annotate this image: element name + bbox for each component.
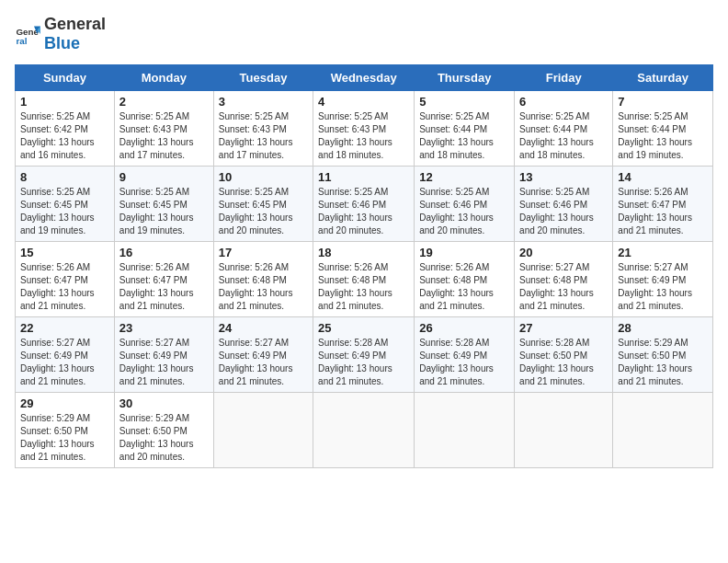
- cell-daylight: Daylight: 13 hours and 21 minutes.: [219, 363, 293, 386]
- calendar-week-row: 15 Sunrise: 5:26 AM Sunset: 6:47 PM Dayl…: [16, 242, 713, 317]
- cell-sunset: Sunset: 6:48 PM: [318, 275, 386, 285]
- cell-daylight: Daylight: 13 hours and 21 minutes.: [419, 363, 494, 386]
- cell-daylight: Daylight: 13 hours and 21 minutes.: [318, 288, 392, 311]
- cell-sunset: Sunset: 6:49 PM: [20, 350, 88, 361]
- cell-daylight: Daylight: 13 hours and 21 minutes.: [20, 288, 95, 311]
- calendar-cell: 24 Sunrise: 5:27 AM Sunset: 6:49 PM Dayl…: [213, 317, 313, 393]
- cell-sunrise: Sunrise: 5:25 AM: [20, 111, 90, 121]
- calendar-week-row: 1 Sunrise: 5:25 AM Sunset: 6:42 PM Dayli…: [16, 91, 713, 167]
- cell-sunset: Sunset: 6:44 PM: [618, 124, 686, 134]
- calendar-cell: [313, 393, 415, 468]
- cell-daylight: Daylight: 13 hours and 21 minutes.: [20, 363, 95, 386]
- day-header-tuesday: Tuesday: [213, 65, 313, 91]
- day-header-monday: Monday: [114, 65, 213, 91]
- cell-sunset: Sunset: 6:43 PM: [219, 124, 287, 134]
- header: Gene ral General Blue: [15, 15, 713, 53]
- cell-daylight: Daylight: 13 hours and 17 minutes.: [119, 137, 194, 160]
- calendar-cell: 26 Sunrise: 5:28 AM Sunset: 6:49 PM Dayl…: [415, 317, 515, 393]
- cell-daylight: Daylight: 13 hours and 21 minutes.: [519, 288, 594, 311]
- day-number: 2: [119, 95, 209, 109]
- cell-daylight: Daylight: 13 hours and 20 minutes.: [219, 213, 293, 236]
- day-number: 13: [519, 170, 608, 184]
- calendar-cell: 20 Sunrise: 5:27 AM Sunset: 6:48 PM Dayl…: [515, 242, 613, 317]
- cell-daylight: Daylight: 13 hours and 18 minutes.: [318, 137, 392, 160]
- cell-sunrise: Sunrise: 5:25 AM: [519, 111, 589, 121]
- cell-sunrise: Sunrise: 5:26 AM: [419, 262, 489, 272]
- cell-sunrise: Sunrise: 5:29 AM: [20, 413, 90, 423]
- day-number: 1: [20, 95, 109, 109]
- calendar-cell: 8 Sunrise: 5:25 AM Sunset: 6:45 PM Dayli…: [16, 167, 115, 242]
- calendar-cell: 22 Sunrise: 5:27 AM Sunset: 6:49 PM Dayl…: [16, 317, 115, 393]
- cell-sunset: Sunset: 6:43 PM: [119, 124, 188, 134]
- cell-sunset: Sunset: 6:46 PM: [318, 200, 386, 210]
- calendar-cell: 12 Sunrise: 5:25 AM Sunset: 6:46 PM Dayl…: [415, 167, 515, 242]
- cell-sunset: Sunset: 6:50 PM: [119, 426, 188, 436]
- cell-sunrise: Sunrise: 5:26 AM: [219, 262, 289, 272]
- cell-sunset: Sunset: 6:50 PM: [519, 350, 587, 361]
- calendar-cell: 5 Sunrise: 5:25 AM Sunset: 6:44 PM Dayli…: [415, 91, 515, 167]
- logo-icon: Gene ral: [15, 21, 40, 47]
- cell-sunset: Sunset: 6:49 PM: [219, 350, 287, 361]
- day-number: 4: [318, 95, 409, 109]
- calendar-cell: 29 Sunrise: 5:29 AM Sunset: 6:50 PM Dayl…: [16, 393, 115, 468]
- calendar-cell: 28 Sunrise: 5:29 AM Sunset: 6:50 PM Dayl…: [613, 317, 713, 393]
- day-number: 19: [419, 246, 509, 259]
- day-number: 7: [618, 95, 708, 109]
- day-header-sunday: Sunday: [16, 65, 115, 91]
- cell-sunrise: Sunrise: 5:28 AM: [419, 338, 489, 348]
- day-number: 18: [318, 246, 409, 259]
- calendar-cell: 19 Sunrise: 5:26 AM Sunset: 6:48 PM Dayl…: [415, 242, 515, 317]
- cell-daylight: Daylight: 13 hours and 21 minutes.: [519, 363, 594, 386]
- calendar-week-row: 8 Sunrise: 5:25 AM Sunset: 6:45 PM Dayli…: [16, 167, 713, 242]
- day-number: 22: [20, 321, 109, 335]
- day-number: 11: [318, 170, 409, 184]
- svg-text:ral: ral: [16, 36, 27, 46]
- calendar-cell: 23 Sunrise: 5:27 AM Sunset: 6:49 PM Dayl…: [114, 317, 213, 393]
- cell-sunset: Sunset: 6:50 PM: [618, 350, 686, 361]
- day-number: 10: [219, 170, 308, 184]
- calendar-cell: [515, 393, 613, 468]
- cell-daylight: Daylight: 13 hours and 19 minutes.: [119, 213, 194, 236]
- calendar-cell: 1 Sunrise: 5:25 AM Sunset: 6:42 PM Dayli…: [16, 91, 115, 167]
- day-number: 3: [219, 95, 308, 109]
- cell-sunrise: Sunrise: 5:29 AM: [119, 413, 189, 423]
- cell-sunrise: Sunrise: 5:28 AM: [519, 338, 589, 348]
- day-header-wednesday: Wednesday: [313, 65, 415, 91]
- cell-sunset: Sunset: 6:49 PM: [318, 350, 386, 361]
- cell-daylight: Daylight: 13 hours and 20 minutes.: [119, 439, 194, 462]
- cell-daylight: Daylight: 13 hours and 16 minutes.: [20, 137, 95, 160]
- day-header-thursday: Thursday: [415, 65, 515, 91]
- day-number: 6: [519, 95, 608, 109]
- day-number: 23: [119, 321, 209, 335]
- cell-sunrise: Sunrise: 5:25 AM: [419, 111, 489, 121]
- day-number: 20: [519, 246, 608, 259]
- cell-sunset: Sunset: 6:46 PM: [419, 200, 487, 210]
- day-number: 17: [219, 246, 308, 259]
- cell-sunrise: Sunrise: 5:25 AM: [119, 187, 189, 197]
- cell-daylight: Daylight: 13 hours and 21 minutes.: [618, 288, 692, 311]
- calendar-cell: 16 Sunrise: 5:26 AM Sunset: 6:47 PM Dayl…: [114, 242, 213, 317]
- day-header-friday: Friday: [515, 65, 613, 91]
- cell-daylight: Daylight: 13 hours and 20 minutes.: [519, 213, 594, 236]
- calendar-cell: 3 Sunrise: 5:25 AM Sunset: 6:43 PM Dayli…: [213, 91, 313, 167]
- calendar-table: SundayMondayTuesdayWednesdayThursdayFrid…: [15, 64, 713, 468]
- cell-daylight: Daylight: 13 hours and 21 minutes.: [119, 363, 194, 386]
- cell-sunset: Sunset: 6:44 PM: [519, 124, 587, 134]
- day-number: 9: [119, 170, 209, 184]
- cell-sunrise: Sunrise: 5:25 AM: [618, 111, 688, 121]
- cell-sunrise: Sunrise: 5:25 AM: [20, 187, 90, 197]
- calendar-cell: 17 Sunrise: 5:26 AM Sunset: 6:48 PM Dayl…: [213, 242, 313, 317]
- cell-daylight: Daylight: 13 hours and 21 minutes.: [20, 439, 95, 462]
- cell-daylight: Daylight: 13 hours and 20 minutes.: [419, 213, 494, 236]
- cell-sunset: Sunset: 6:47 PM: [20, 275, 88, 285]
- cell-sunset: Sunset: 6:49 PM: [419, 350, 487, 361]
- day-number: 28: [618, 321, 708, 335]
- cell-sunrise: Sunrise: 5:27 AM: [20, 338, 90, 348]
- calendar-cell: 30 Sunrise: 5:29 AM Sunset: 6:50 PM Dayl…: [114, 393, 213, 468]
- cell-daylight: Daylight: 13 hours and 17 minutes.: [219, 137, 293, 160]
- cell-sunrise: Sunrise: 5:25 AM: [519, 187, 589, 197]
- cell-daylight: Daylight: 13 hours and 21 minutes.: [119, 288, 194, 311]
- day-number: 14: [618, 170, 708, 184]
- cell-sunrise: Sunrise: 5:29 AM: [618, 338, 688, 348]
- cell-sunset: Sunset: 6:48 PM: [419, 275, 487, 285]
